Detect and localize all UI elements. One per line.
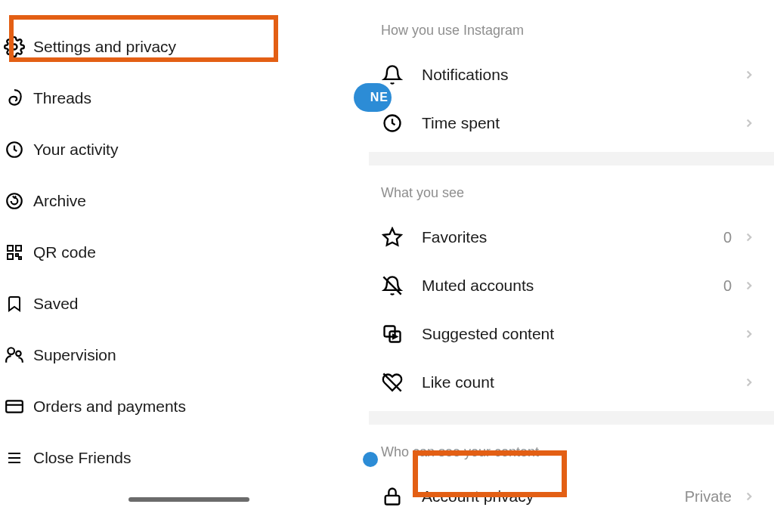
menu-label: Archive (33, 192, 86, 210)
menu-item-threads[interactable]: Threads (0, 73, 369, 124)
section-divider (369, 152, 774, 165)
menu-item-archive[interactable]: Archive (0, 175, 369, 227)
media-icon (381, 323, 404, 345)
right-settings-panel: How you use Instagram Notifications Time… (369, 0, 774, 532)
svg-rect-4 (16, 246, 21, 251)
row-label: Account privacy (422, 487, 685, 506)
row-notifications[interactable]: Notifications (369, 51, 774, 99)
chevron-right-icon (742, 490, 756, 503)
activity-icon (3, 138, 26, 161)
chevron-right-icon (742, 327, 756, 341)
row-account-privacy[interactable]: Account privacy Private (369, 472, 774, 521)
row-suggested-content[interactable]: Suggested content (369, 310, 774, 358)
bottom-handle (128, 497, 249, 502)
row-time-spent[interactable]: Time spent (369, 99, 774, 147)
supervision-icon (3, 344, 26, 367)
section-header-usage: How you use Instagram (369, 18, 774, 51)
svg-point-7 (16, 351, 20, 357)
menu-label: Settings and privacy (33, 38, 176, 56)
new-badge: NE (354, 83, 392, 112)
row-like-count[interactable]: Like count (369, 358, 774, 407)
row-value: Private (685, 488, 732, 506)
qr-icon (3, 241, 26, 264)
row-label: Time spent (422, 114, 742, 132)
archive-icon (3, 190, 26, 212)
svg-rect-20 (385, 496, 400, 505)
menu-label: QR code (33, 243, 96, 261)
menu-item-supervision[interactable]: Supervision (0, 329, 369, 381)
chevron-right-icon (742, 116, 756, 130)
blue-dot (363, 452, 378, 467)
row-label: Suggested content (422, 325, 742, 343)
card-icon (3, 395, 26, 418)
svg-rect-5 (8, 254, 13, 259)
svg-point-2 (7, 193, 22, 209)
menu-item-qr-code[interactable]: QR code (0, 227, 369, 278)
menu-item-your-activity[interactable]: Your activity (0, 124, 369, 175)
bookmark-icon (3, 292, 26, 315)
chevron-right-icon (742, 376, 756, 389)
threads-icon (3, 87, 26, 110)
svg-point-6 (8, 348, 14, 354)
row-label: Like count (422, 373, 742, 391)
menu-label: Close Friends (33, 449, 132, 467)
row-value: 0 (723, 277, 732, 295)
menu-item-saved[interactable]: Saved (0, 278, 369, 329)
row-label: Notifications (422, 66, 742, 84)
menu-label: Your activity (33, 141, 118, 159)
menu-label: Threads (33, 89, 91, 107)
svg-marker-14 (383, 228, 401, 245)
row-label: Favorites (422, 228, 723, 246)
gear-icon (3, 36, 26, 58)
menu-label: Orders and payments (33, 397, 186, 416)
section-header-content: Who can see your content (369, 440, 774, 472)
row-muted-accounts[interactable]: Muted accounts 0 (369, 261, 774, 310)
menu-label: Supervision (33, 346, 116, 364)
heart-off-icon (381, 371, 404, 394)
left-menu-panel: Settings and privacy Threads Your activi… (0, 0, 369, 532)
svg-rect-3 (8, 246, 13, 251)
row-label: Muted accounts (422, 277, 723, 295)
svg-rect-8 (6, 401, 23, 412)
menu-item-settings-privacy[interactable]: Settings and privacy (0, 21, 369, 73)
bell-icon (381, 63, 404, 86)
menu-item-orders-payments[interactable]: Orders and payments (0, 381, 369, 432)
star-icon (381, 226, 404, 249)
section-divider (369, 411, 774, 425)
menu-item-close-friends[interactable]: Close Friends (0, 432, 369, 484)
svg-marker-18 (393, 335, 397, 339)
list-icon (3, 447, 26, 469)
lock-icon (381, 485, 404, 508)
bell-off-icon (381, 274, 404, 297)
chevron-right-icon (742, 279, 756, 292)
row-value: 0 (723, 229, 732, 246)
clock-icon (381, 112, 404, 135)
menu-label: Saved (33, 295, 79, 313)
section-header-see: What you see (369, 181, 774, 213)
svg-point-0 (12, 45, 17, 50)
chevron-right-icon (742, 230, 756, 244)
chevron-right-icon (742, 68, 756, 82)
row-favorites[interactable]: Favorites 0 (369, 213, 774, 261)
